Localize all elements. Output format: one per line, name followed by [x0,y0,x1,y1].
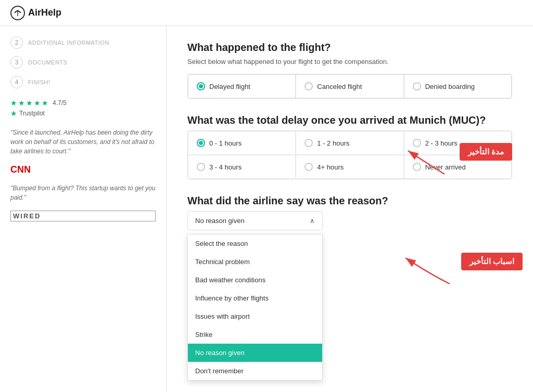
flight-option-delayed[interactable]: Delayed flight [188,74,296,98]
flight-option-denied[interactable]: Denied boarding [404,74,512,98]
radio-4plus[interactable] [304,163,313,171]
sidebar-step-4: 4 FINISH! [10,76,156,88]
star-1: ★ [10,99,17,107]
star-2: ★ [18,99,25,107]
dropdown-current-value: No reason given [195,217,245,225]
step-circle-3: 3 [10,56,23,69]
flight-option-canceled[interactable]: Canceled flight [296,74,403,98]
header: AirHelp [0,0,533,26]
flight-label-denied: Denied boarding [425,83,475,90]
radio-canceled[interactable] [304,82,313,90]
radio-1-2[interactable] [304,139,313,147]
delay-option-0-1[interactable]: 0 - 1 hours [188,131,296,155]
radio-denied[interactable] [413,82,421,90]
reason-arrow-svg [398,253,460,289]
logo-icon [10,6,25,20]
step-circle-4: 4 [10,76,23,88]
step-label-4: FINISH! [28,79,50,85]
rating-value: 4.7/5 [53,99,67,107]
sidebar-step-3: 3 DOCUMENTS [10,56,156,69]
reason-option-select[interactable]: Select the reason [188,234,322,253]
logo-text: AirHelp [28,7,61,18]
trustpilot-label: Trustpilot [19,110,45,117]
star-3: ★ [26,99,33,107]
main-content: What happened to the flight? Select belo… [167,26,533,392]
reason-option-dont-remember[interactable]: Don't remember [188,362,322,380]
testimonial-cnn: "Since it launched, AirHelp has been doi… [10,128,156,156]
step-label-2: ADDITIONAL INFORMATION [28,40,109,46]
delay-option-1-2[interactable]: 1 - 2 hours [296,131,403,155]
reason-option-weather[interactable]: Bad weather conditions [188,271,322,289]
annotation-reason: اسباب التأخير [461,253,523,270]
chevron-up-icon: ∧ [310,217,315,225]
flight-options-grid: Delayed flight Canceled flight Denied bo… [187,74,512,99]
reason-option-no-reason[interactable]: No reason given [188,344,322,362]
delay-arrow-svg [403,146,455,177]
trustpilot-star: ★ [10,109,17,117]
sidebar: 2 ADDITIONAL INFORMATION 3 DOCUMENTS 4 F… [0,26,167,392]
delay-option-3-4[interactable]: 3 - 4 hours [188,155,296,179]
delay-section-title: What was the total delay once you arrive… [187,114,512,126]
step-label-3: DOCUMENTS [28,59,67,66]
star-rating: ★ ★ ★ ★ ★ 4.7/5 [10,99,156,107]
reason-section-title: What did the airline say was the reason? [187,195,512,207]
flight-label-delayed: Delayed flight [209,83,250,90]
cnn-logo: CNN [10,164,156,175]
star-5: ★ [42,99,48,107]
trustpilot-section: ★ ★ ★ ★ ★ 4.7/5 ★ Trustpilot [10,99,156,117]
reason-option-technical[interactable]: Technical problem [188,253,322,271]
delay-label-3-4: 3 - 4 hours [209,163,242,171]
delay-label-4plus: 4+ hours [317,163,344,171]
testimonial-wired: "Bumped from a flight? This startup want… [10,184,156,202]
reason-option-airport[interactable]: Issues with airport [188,307,322,325]
delay-label-1-2: 1 - 2 hours [317,139,349,147]
flight-section-title: What happened to the flight? [187,42,512,54]
logo: AirHelp [10,6,61,20]
radio-delayed[interactable] [197,82,205,90]
sidebar-step-2: 2 ADDITIONAL INFORMATION [10,36,156,49]
reason-option-strike[interactable]: Strike [188,325,322,344]
reason-dropdown-trigger[interactable]: No reason given ∧ [187,211,323,230]
radio-0-1[interactable] [197,139,205,147]
reason-section: What did the airline say was the reason?… [187,195,512,230]
delay-label-0-1: 0 - 1 hours [209,139,242,147]
flight-section-subtitle: Select below what happened to your fligh… [187,58,512,66]
flight-section: What happened to the flight? Select belo… [187,42,512,99]
wired-logo: WIRED [10,211,156,221]
radio-3-4[interactable] [197,163,205,171]
annotation-delay: مدة التأخير [460,143,512,161]
delay-option-4plus[interactable]: 4+ hours [296,155,403,179]
delay-section: What was the total delay once you arrive… [187,114,512,179]
reason-dropdown-container: No reason given ∧ Select the reason Tech… [187,211,323,230]
star-4: ★ [34,99,41,107]
reason-option-other-flights[interactable]: Influence by other flights [188,289,322,307]
step-circle-2: 2 [10,36,23,49]
reason-dropdown-menu: Select the reason Technical problem Bad … [187,234,323,381]
flight-label-canceled: Canceled flight [317,83,362,90]
